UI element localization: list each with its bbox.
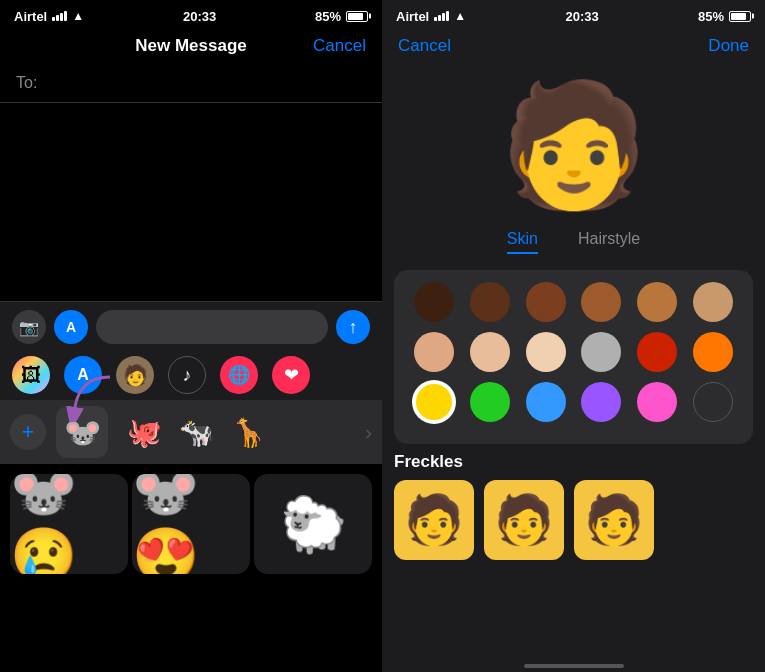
photos-icon[interactable]: 🖼 (12, 356, 50, 394)
emoji-cell-love-mouse[interactable]: 🐭😍 (132, 474, 250, 574)
tab-skin[interactable]: Skin (507, 226, 538, 254)
emoji-grid-header: + 🐭 🐙 🐄 🦒 › (0, 400, 382, 464)
bar4 (64, 11, 67, 21)
emoji-mini-grid: 🐙 🐄 🦒 (118, 410, 274, 454)
home-indicator-right (382, 652, 765, 672)
color-swatch-2-3[interactable] (526, 332, 566, 372)
freckles-light-face: 🧑 (494, 492, 554, 548)
color-swatch-2-2[interactable] (470, 332, 510, 372)
freckles-row: 🧑 🧑 🧑 (394, 480, 753, 560)
time-right: 20:33 (565, 9, 598, 24)
appstore-button[interactable]: A (54, 310, 88, 344)
bar3 (60, 13, 63, 21)
more-arrow-icon[interactable]: › (365, 421, 372, 444)
wifi-icon-left: ▲ (72, 9, 84, 23)
color-swatch-3-4[interactable] (581, 382, 621, 422)
right-panel: Airtel ▲ 20:33 85% Cancel Done 🧑 Skin Ha… (382, 0, 765, 672)
emoji-giraffe[interactable]: 🦒 (226, 410, 270, 454)
emoji-octopus[interactable]: 🐙 (122, 410, 166, 454)
music-note: ♪ (183, 365, 192, 386)
color-swatch-2-4[interactable] (581, 332, 621, 372)
bar2 (56, 15, 59, 21)
battery-fill-right (731, 13, 746, 20)
to-label: To: (16, 74, 37, 92)
left-status-bar: Airtel ▲ 20:33 85% (0, 0, 382, 28)
crying-mouse-emoji: 🐭😢 (10, 474, 128, 574)
battery-icon-left (346, 11, 368, 22)
color-swatch-3-1[interactable] (414, 382, 454, 422)
battery-pct-right: 85% (698, 9, 724, 24)
emoji-cell-sheep[interactable]: 🐑 (254, 474, 372, 574)
color-swatch-1-2[interactable] (470, 282, 510, 322)
avatar-area: 🧑 (382, 64, 765, 218)
message-header: New Message Cancel (0, 28, 382, 64)
left-status-left: Airtel ▲ (14, 9, 84, 24)
color-row-2 (406, 332, 741, 372)
bar1 (52, 17, 55, 21)
signal-bars-left (52, 11, 67, 21)
tabs-row: Skin Hairstyle (382, 218, 765, 262)
right-header: Cancel Done (382, 28, 765, 64)
carrier-left: Airtel (14, 9, 47, 24)
send-icon: ↑ (349, 317, 358, 338)
color-row-3 (406, 382, 741, 422)
color-swatch-1-3[interactable] (526, 282, 566, 322)
plus-button[interactable]: + (10, 414, 46, 450)
to-field[interactable]: To: (0, 64, 382, 103)
right-status-right: 85% (698, 9, 751, 24)
wifi-icon-right: ▲ (454, 9, 466, 23)
freckles-cell-medium[interactable]: 🧑 (574, 480, 654, 560)
purple-arrow-icon (60, 372, 120, 422)
color-swatch-1-1[interactable] (414, 282, 454, 322)
color-swatch-3-5[interactable] (637, 382, 677, 422)
message-compose-area[interactable] (0, 103, 382, 301)
home-indicator-bar (524, 664, 624, 668)
color-swatch-2-5[interactable] (637, 332, 677, 372)
heart-icon[interactable]: ❤ (272, 356, 310, 394)
freckles-medium-face: 🧑 (584, 492, 644, 548)
camera-button[interactable]: 📷 (12, 310, 46, 344)
right-status-left: Airtel ▲ (396, 9, 466, 24)
left-status-right: 85% (315, 9, 368, 24)
time-left: 20:33 (183, 9, 216, 24)
color-swatch-3-2[interactable] (470, 382, 510, 422)
memoji-avatar: 🧑 (509, 80, 639, 210)
emoji-main-grid: 🐭😢 🐭😍 🐑 (0, 464, 382, 672)
color-swatch-2-6[interactable] (693, 332, 733, 372)
battery-pct-left: 85% (315, 9, 341, 24)
rbar2 (438, 15, 441, 21)
color-swatch-2-1[interactable] (414, 332, 454, 372)
appstore-icon: A (66, 319, 76, 335)
color-swatch-1-5[interactable] (637, 282, 677, 322)
message-input[interactable] (96, 310, 328, 344)
done-button[interactable]: Done (708, 36, 749, 56)
rbar4 (446, 11, 449, 21)
signal-bars-right (434, 11, 449, 21)
battery-fill-left (348, 13, 363, 20)
globe-icon[interactable]: 🌐 (220, 356, 258, 394)
toolbar-area: 📷 A ↑ 🖼 A 🧑 ♪ 🌐 ❤ (0, 301, 382, 464)
cancel-button-right[interactable]: Cancel (398, 36, 451, 56)
memoji-icon[interactable]: 🧑 (116, 356, 154, 394)
carrier-right: Airtel (396, 9, 429, 24)
color-row-1 (406, 282, 741, 322)
emoji-cow[interactable]: 🐄 (174, 410, 218, 454)
color-swatch-1-4[interactable] (581, 282, 621, 322)
freckles-section: Freckles 🧑 🧑 🧑 (382, 452, 765, 568)
freckles-label: Freckles (394, 452, 753, 472)
sheep-emoji: 🐑 (280, 493, 347, 556)
music-icon[interactable]: ♪ (168, 356, 206, 394)
heart-symbol: ❤ (284, 364, 299, 386)
color-swatch-3-6[interactable] (693, 382, 733, 422)
color-grid-section (394, 270, 753, 444)
freckles-cell-light[interactable]: 🧑 (484, 480, 564, 560)
send-button[interactable]: ↑ (336, 310, 370, 344)
new-message-title: New Message (135, 36, 247, 56)
tab-hairstyle[interactable]: Hairstyle (578, 226, 640, 254)
cancel-button-left[interactable]: Cancel (313, 36, 366, 56)
color-swatch-1-6[interactable] (693, 282, 733, 322)
emoji-cell-crying-mouse[interactable]: 🐭😢 (10, 474, 128, 574)
color-swatch-3-3[interactable] (526, 382, 566, 422)
freckles-cell-none[interactable]: 🧑 (394, 480, 474, 560)
right-status-bar: Airtel ▲ 20:33 85% (382, 0, 765, 28)
